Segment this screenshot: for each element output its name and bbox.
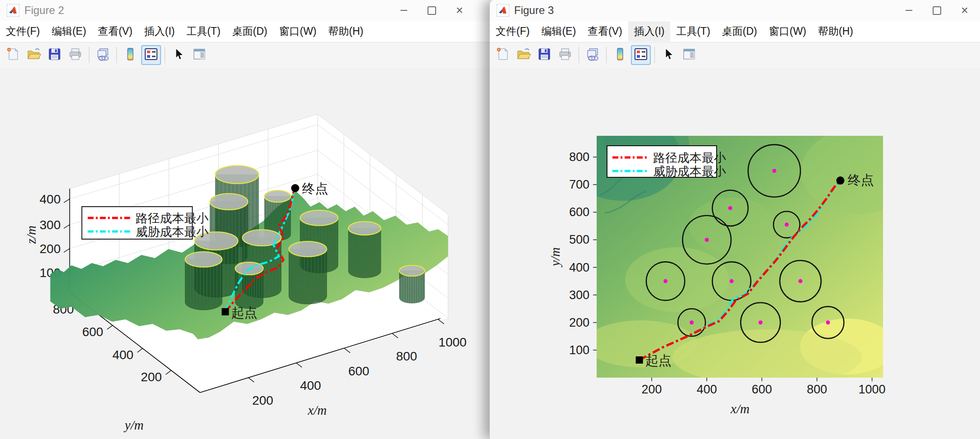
copy-figure-icon [95,46,110,64]
insert-legend-button[interactable] [631,45,651,65]
svg-text:威胁成本最小: 威胁成本最小 [653,165,726,178]
maximize-button[interactable] [923,0,951,21]
toolbar-separator [579,47,579,63]
menu-insert[interactable]: 插入(I) [628,21,671,42]
cursor-arrow-icon [661,46,676,64]
threat-cylinder-top [210,194,248,210]
open-file-button[interactable] [24,45,44,65]
svg-text:1000: 1000 [438,335,466,349]
insert-colorbar-button[interactable] [120,45,140,65]
svg-text:z/m: z/m [24,226,38,244]
property-inspector-button[interactable] [679,45,699,65]
menu-desktop[interactable]: 桌面(D) [226,21,273,42]
svg-text:800: 800 [569,150,589,164]
menu-view[interactable]: 查看(V) [582,21,628,42]
new-figure-button[interactable] [493,45,513,65]
svg-text:终点: 终点 [302,181,328,196]
menu-view[interactable]: 查看(V) [92,21,138,42]
printer-icon [557,46,573,64]
figure2-menubar: 文件(F) 编辑(E) 查看(V) 插入(I) 工具(T) 桌面(D) 窗口(W… [0,21,496,42]
svg-text:800: 800 [807,383,827,396]
threat-center-dot [826,320,830,324]
end-marker [291,184,299,192]
svg-text:600: 600 [569,205,589,219]
matlab-icon [6,4,20,17]
minimize-button[interactable] [390,0,418,21]
start-marker [636,356,643,364]
menu-insert[interactable]: 插入(I) [138,21,181,42]
svg-text:200: 200 [642,383,662,396]
threat-center-dot [772,169,776,173]
new-figure-button[interactable] [3,45,23,65]
threat-center-dot [759,320,763,324]
menu-edit[interactable]: 编辑(E) [46,21,92,42]
end-marker [836,176,844,185]
figure3-titlebar[interactable]: Figure 3 × [490,0,980,21]
toolbar-separator [89,47,89,63]
colorbar-icon [612,46,628,64]
figure2-titlebar[interactable]: Figure 2 × [0,0,496,21]
menu-file[interactable]: 文件(F) [0,21,46,42]
menu-tools[interactable]: 工具(T) [670,21,716,42]
close-button[interactable]: × [951,0,979,21]
figure2-3d-plot: 4003002001008006004002002004006008001000… [0,68,496,439]
save-figure-button[interactable] [45,45,64,65]
figure3-title: Figure 3 [514,4,554,17]
threat-cylinder-top [265,190,291,202]
close-button[interactable]: × [446,0,474,21]
svg-text:x/m: x/m [730,402,750,416]
legend-icon [143,46,159,64]
svg-text:y/m: y/m [124,418,144,432]
svg-text:700: 700 [569,178,589,191]
legend-icon [633,46,649,64]
print-figure-button[interactable] [555,45,575,65]
menu-window[interactable]: 窗口(W) [763,21,812,42]
svg-text:路径成本最小: 路径成本最小 [136,212,209,225]
open-folder-icon [26,46,41,64]
menu-edit[interactable]: 编辑(E) [535,21,582,42]
figure3-menubar: 文件(F) 编辑(E) 查看(V) 插入(I) 工具(T) 桌面(D) 窗口(W… [490,21,980,42]
menu-help[interactable]: 帮助(H) [322,21,369,42]
menu-desktop[interactable]: 桌面(D) [716,21,763,42]
pointer-button[interactable] [169,45,189,65]
desktop: Figure 2 × 文件(F) 编辑(E) 查看(V) 插入(I) 工具(T)… [0,0,980,439]
open-folder-icon [516,46,531,64]
menu-help[interactable]: 帮助(H) [812,21,859,42]
svg-text:起点: 起点 [645,353,672,368]
svg-text:200: 200 [141,370,162,384]
save-floppy-icon [537,46,552,64]
toolbar-separator [654,47,655,63]
maximize-button[interactable] [418,0,446,21]
pointer-button[interactable] [658,45,678,65]
svg-text:1000: 1000 [859,383,886,396]
svg-text:400: 400 [300,379,321,393]
svg-text:威胁成本最小: 威胁成本最小 [136,225,209,239]
start-marker [222,308,229,315]
property-inspector-button[interactable] [189,45,209,65]
threat-cylinder-top [300,210,338,226]
property-inspector-icon [192,46,207,64]
svg-text:400: 400 [40,192,61,206]
svg-text:x/m: x/m [308,403,327,417]
svg-text:800: 800 [396,349,417,363]
open-file-button[interactable] [514,45,534,65]
copy-figure-button[interactable] [583,45,603,65]
menu-window[interactable]: 窗口(W) [273,21,322,42]
matlab-icon [496,4,510,17]
copy-figure-button[interactable] [93,45,113,65]
minimize-button[interactable] [895,0,923,21]
cursor-arrow-icon [171,46,186,64]
svg-text:600: 600 [752,383,772,396]
toolbar-separator [116,47,117,63]
menu-file[interactable]: 文件(F) [490,21,535,42]
save-figure-button[interactable] [534,45,554,65]
svg-text:起点: 起点 [231,305,258,320]
threat-center-dot [798,279,802,283]
menu-tools[interactable]: 工具(T) [180,21,226,42]
insert-legend-button[interactable] [141,45,161,65]
figure3-window: Figure 3 × 文件(F) 编辑(E) 查看(V) 插入(I) 工具(T)… [489,0,980,439]
print-figure-button[interactable] [65,45,85,65]
insert-colorbar-button[interactable] [610,45,630,65]
figure3-2d-plot: 起点终点200400600800100010020030040050060070… [490,68,980,439]
svg-text:200: 200 [569,316,589,329]
